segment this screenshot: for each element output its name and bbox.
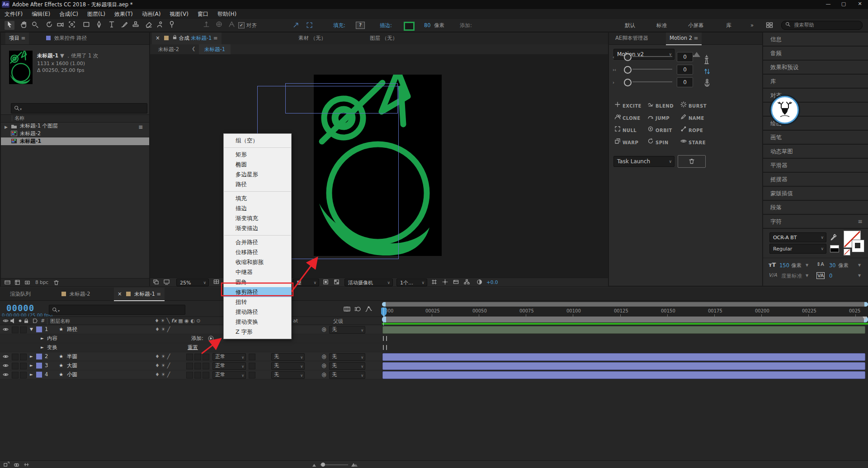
layer-bounds-outline-small[interactable]	[285, 83, 398, 113]
project-item[interactable]: ▶未标题-1 个图层▦	[1, 122, 149, 130]
type-tool[interactable]	[107, 21, 117, 30]
time-navigator-bar[interactable]	[382, 302, 868, 307]
expand-transfer-controls-icon[interactable]	[14, 462, 19, 468]
world-axis-mode[interactable]	[214, 21, 224, 30]
menu-8[interactable]: 帮助(H)	[213, 9, 241, 19]
panel-row-动态草图[interactable]: 动态草图	[763, 145, 868, 158]
workspace-1[interactable]: 标准	[656, 22, 667, 29]
slider-knob[interactable]	[624, 53, 632, 61]
layer-name[interactable]: 大圆	[67, 361, 77, 370]
snap-checkbox[interactable]: ✓	[238, 22, 245, 28]
motion-button-spin[interactable]: SPIN	[647, 138, 669, 145]
label-icon[interactable]	[33, 318, 38, 325]
eye-icon[interactable]	[3, 372, 9, 380]
tab-footage[interactable]: 素材 （无）	[295, 33, 330, 44]
font-size-value[interactable]: 150	[779, 262, 789, 269]
work-area-bar[interactable]	[382, 317, 868, 322]
project-column-header[interactable]: 名称	[1, 114, 149, 123]
eyedropper-icon[interactable]	[830, 233, 837, 242]
snap-option-icon-1[interactable]	[292, 22, 299, 30]
motion-button-name[interactable]: NAME	[680, 113, 704, 121]
menu-item[interactable]: 扭转	[224, 297, 291, 307]
expand-arrow[interactable]: ▼	[30, 325, 33, 334]
motion-button-blend[interactable]: BLEND	[647, 101, 674, 109]
menu-item[interactable]: 多边星形	[224, 170, 291, 180]
font-family-select[interactable]: OCR-A BT∨	[769, 232, 826, 242]
rotate-tool[interactable]	[44, 21, 54, 30]
menu-item[interactable]: 中继器	[224, 267, 291, 277]
panel-row-信息[interactable]: 信息	[763, 33, 868, 46]
pen-tool[interactable]	[94, 21, 104, 30]
roto-brush-tool[interactable]	[155, 21, 165, 30]
playhead[interactable]	[381, 307, 387, 314]
caret-down-icon[interactable]: ▼	[60, 52, 64, 59]
number-col[interactable]: #	[41, 318, 45, 324]
close-tab-icon[interactable]: ×	[156, 35, 160, 41]
kerning-value[interactable]: 度量标准	[781, 273, 802, 279]
switch-cell[interactable]	[194, 363, 201, 369]
current-timecode[interactable]: 00000	[6, 303, 34, 313]
bw-swatch-icon[interactable]	[830, 245, 839, 252]
fill-swatch[interactable]: ?	[356, 22, 365, 29]
lighthouse-icon[interactable]	[703, 54, 710, 66]
parent-pickwhip-icon[interactable]: ◎	[322, 325, 326, 334]
layer-name[interactable]: 路径	[67, 325, 77, 334]
menu-7[interactable]: 窗口	[193, 9, 213, 19]
tab-render-queue[interactable]: 渲染队列	[6, 288, 34, 300]
expand-arrow[interactable]: ►	[41, 343, 44, 352]
expand-arrow[interactable]: ►	[30, 352, 33, 361]
nav-tab-comp2[interactable]: 未标题-2	[158, 46, 179, 53]
zoom-out-mountain-icon[interactable]	[312, 462, 317, 468]
motion-button-null[interactable]: NULL	[614, 126, 637, 133]
close-button[interactable]: ✕	[854, 1, 866, 7]
transparency-grid-icon[interactable]	[334, 279, 340, 286]
keyframe-ibeam[interactable]	[383, 336, 387, 341]
solo-cell[interactable]	[20, 363, 27, 369]
audio-cell[interactable]	[12, 363, 19, 369]
motion-button-stare[interactable]: STARE	[680, 138, 706, 145]
graph-editor-icon[interactable]	[365, 306, 372, 314]
menu-6[interactable]: 视图(V)	[165, 9, 193, 19]
menu-item[interactable]: 组（空）	[224, 136, 291, 146]
project-footer-icon-3[interactable]	[24, 279, 30, 287]
rectangle-tool[interactable]	[81, 21, 91, 30]
switches-col-icons[interactable]: ♦ ☀ ╲ fx ▦ ◉ ◐ ⊙	[155, 318, 201, 324]
workspace-2[interactable]: 小屏幕	[688, 22, 704, 29]
snap-option-icon-2[interactable]	[306, 22, 313, 30]
slider-value[interactable]: 0	[677, 65, 693, 75]
project-search-field[interactable]: ▾	[11, 103, 147, 113]
magnification-icon[interactable]	[164, 279, 170, 286]
parent-pickwhip-icon[interactable]: ◎	[322, 352, 326, 361]
menu-item[interactable]: 圆角	[224, 277, 291, 287]
menu-4[interactable]: 效果(T)	[110, 9, 137, 19]
reset-exposure-icon[interactable]	[476, 279, 482, 286]
menu-item[interactable]: 收缩和膨胀	[224, 257, 291, 267]
layer-duration-bar[interactable]	[382, 371, 865, 379]
project-footer-icon-1[interactable]	[5, 279, 10, 287]
panel-row-画笔[interactable]: 画笔	[763, 131, 868, 144]
timeline-zoom-slider[interactable]	[320, 464, 348, 465]
switch-cell[interactable]	[203, 354, 209, 360]
always-preview-icon[interactable]	[153, 279, 159, 286]
parent-select[interactable]: 无∨	[329, 353, 365, 361]
tracking-value[interactable]: 0	[829, 273, 832, 279]
layer-switches[interactable]: ♦ ☀ ╱	[155, 325, 170, 334]
switch-cell[interactable]	[186, 354, 193, 360]
solo-cell[interactable]	[20, 326, 27, 333]
keyframe-ibeam[interactable]	[383, 345, 387, 350]
zoom-select[interactable]: 25%∨	[176, 279, 209, 286]
menu-item[interactable]: 描边	[224, 203, 291, 213]
project-footer-icon-2[interactable]	[14, 279, 20, 287]
leading-value[interactable]: 30	[829, 262, 836, 269]
menu-item[interactable]: 矩形	[224, 150, 291, 160]
project-item[interactable]: 未标题-2	[1, 130, 149, 137]
menu-1[interactable]: 编辑(E)	[27, 9, 55, 19]
layer-name-col[interactable]: 图层名称	[47, 318, 70, 325]
help-search-field[interactable]: 搜索帮助	[781, 21, 863, 30]
tab-motion2[interactable]: Motion 2 ≡	[666, 33, 702, 45]
layer-duration-bar[interactable]	[382, 353, 865, 361]
parent-select[interactable]: 无∨	[329, 371, 365, 379]
selection-tool[interactable]	[5, 21, 14, 30]
slider-mode-icon-2[interactable]: ›	[613, 80, 614, 85]
menu-0[interactable]: 文件(F)	[0, 9, 27, 19]
